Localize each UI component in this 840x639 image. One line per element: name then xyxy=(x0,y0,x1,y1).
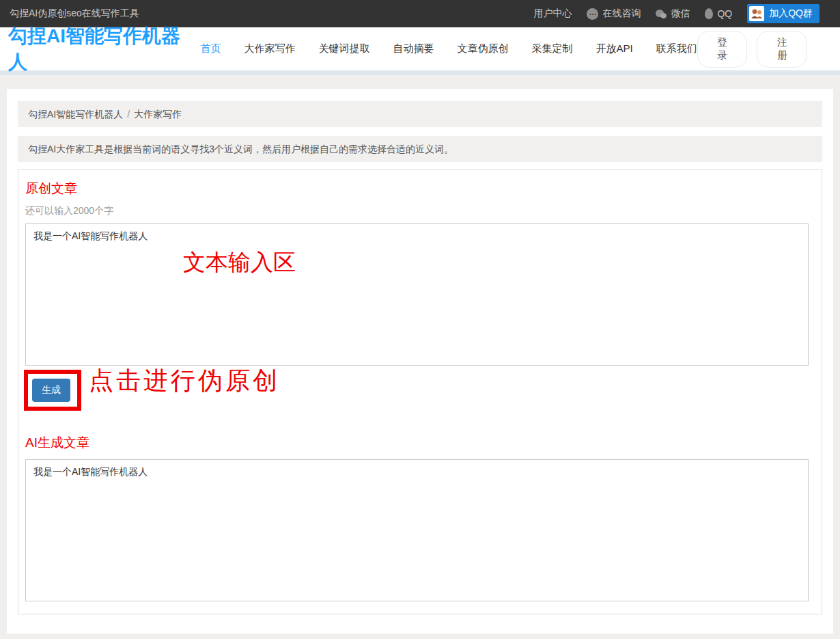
breadcrumb-current: 大作家写作 xyxy=(134,109,182,120)
tool-description-bar: 勾捏AI大作家工具是根据当前词的语义寻找3个近义词，然后用户根据自己的需求选择合… xyxy=(18,136,822,162)
user-center-label: 用户中心 xyxy=(533,8,572,20)
ai-generated-textarea[interactable]: 我是一个AI智能写作机器人 xyxy=(25,459,809,601)
online-consult-link[interactable]: … 在线咨询 xyxy=(587,8,641,20)
breadcrumb-separator: / xyxy=(127,109,130,120)
site-title: 勾捏AI伪原创seo在线写作工具 xyxy=(10,8,139,20)
topbar-right: 用户中心 … 在线咨询 微信 QQ 加入QQ群 xyxy=(533,4,830,23)
breadcrumb: 勾捏AI智能写作机器人/大作家写作 xyxy=(18,101,822,127)
generate-button-highlight-box: 生成 xyxy=(24,370,81,411)
original-article-textarea[interactable]: 我是一个AI智能写作机器人 xyxy=(25,223,809,366)
annotation-click-to-generate: 点击进行伪原创 xyxy=(89,364,280,398)
nav-item-keyword-extract[interactable]: 关键词提取 xyxy=(319,42,370,55)
nav-item-collection-custom[interactable]: 采集定制 xyxy=(532,42,573,55)
qq-label: QQ xyxy=(717,8,732,19)
wechat-label: 微信 xyxy=(671,8,690,20)
qq-link[interactable]: QQ xyxy=(705,8,732,19)
qq-group-people-icon xyxy=(749,6,764,21)
generate-button[interactable]: 生成 xyxy=(32,379,70,402)
ai-article-title: AI生成文章 xyxy=(25,434,815,452)
nav-item-auto-summary[interactable]: 自动摘要 xyxy=(393,42,434,55)
online-consult-label: 在线咨询 xyxy=(602,8,641,20)
main-nav: 首页 大作家写作 关键词提取 自动摘要 文章伪原创 采集定制 开放API 联系我… xyxy=(201,42,697,55)
nav-item-contact-us[interactable]: 联系我们 xyxy=(656,42,697,55)
user-center-link[interactable]: 用户中心 xyxy=(533,8,572,20)
remaining-chars-hint: 还可以输入2000个字 xyxy=(25,205,815,217)
nav-item-home[interactable]: 首页 xyxy=(201,42,221,55)
nav-item-pseudo-original[interactable]: 文章伪原创 xyxy=(458,42,509,55)
wechat-link[interactable]: 微信 xyxy=(656,8,690,20)
join-qq-group-label: 加入QQ群 xyxy=(769,8,813,20)
register-button[interactable]: 注册 xyxy=(757,31,807,68)
nav-item-writer[interactable]: 大作家写作 xyxy=(244,42,296,55)
original-article-title: 原创文章 xyxy=(25,180,815,198)
qq-penguin-icon xyxy=(705,8,713,19)
writing-tool-panel: 原创文章 还可以输入2000个字 我是一个AI智能写作机器人 生成 AI生成文章… xyxy=(18,169,822,614)
breadcrumb-root[interactable]: 勾捏AI智能写作机器人 xyxy=(28,109,123,120)
content-container: 勾捏AI智能写作机器人/大作家写作 勾捏AI大作家工具是根据当前词的语义寻找3个… xyxy=(7,89,833,634)
wechat-icon xyxy=(656,10,667,18)
nav-item-open-api[interactable]: 开放API xyxy=(596,42,633,55)
login-button[interactable]: 登录 xyxy=(697,31,748,68)
page-body: 勾捏AI智能写作机器人/大作家写作 勾捏AI大作家工具是根据当前词的语义寻找3个… xyxy=(0,75,840,637)
chat-bubble-icon: … xyxy=(587,8,598,20)
auth-buttons: 登录 注册 xyxy=(697,31,807,68)
site-logo[interactable]: 勾捏AI智能写作机器人 xyxy=(8,23,186,75)
join-qq-group-button[interactable]: 加入QQ群 xyxy=(747,4,820,23)
site-header: 勾捏AI智能写作机器人 首页 大作家写作 关键词提取 自动摘要 文章伪原创 采集… xyxy=(0,27,840,75)
